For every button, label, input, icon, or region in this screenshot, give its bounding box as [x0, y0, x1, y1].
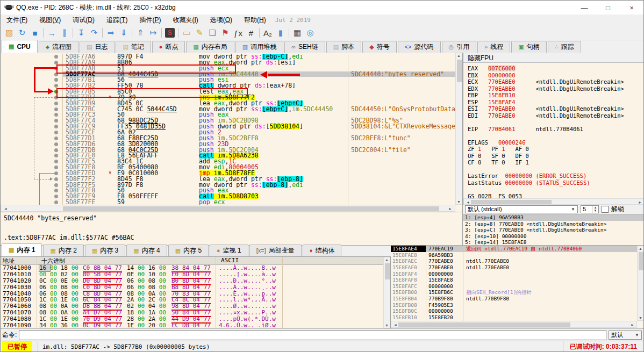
stack-row[interactable]: 15E8FAE896A59BB3 [391, 252, 644, 258]
breakpoint-slot-icon[interactable] [54, 183, 58, 187]
stack-hscrollbar[interactable]: ◄ ► [391, 321, 637, 328]
breakpoint-slot-icon[interactable] [54, 142, 58, 146]
step-over-icon[interactable]: ↷ [88, 26, 101, 39]
open-file-icon[interactable]: ▨ [3, 26, 16, 39]
register-row[interactable] [463, 132, 639, 139]
breakpoint-slot-icon[interactable] [54, 78, 58, 82]
disasm-gutter[interactable] [1, 95, 62, 100]
hash-icon[interactable]: # [245, 26, 257, 39]
breakpoint-slot-icon[interactable] [54, 137, 58, 140]
register-row[interactable]: ECX 770EABE0 <ntdll.DbgUiRemoteBreakin> [463, 78, 639, 85]
stack-row[interactable]: 15E8FB08F45905E3 [391, 302, 644, 308]
scroll-right-arrow[interactable]: ► [636, 199, 643, 204]
disasm-gutter[interactable] [1, 118, 62, 124]
breakpoint-slot-icon[interactable] [54, 102, 58, 105]
tab-threads[interactable]: »线程 [477, 41, 510, 53]
breakpoint-slot-icon[interactable] [54, 96, 58, 99]
disasm-gutter[interactable] [1, 193, 62, 199]
scroll-down-arrow[interactable]: ▼ [384, 324, 390, 327]
tab-dump-5[interactable]: ▦内存 5 [168, 245, 209, 256]
scroll-thumb[interactable] [385, 263, 390, 279]
disasm-gutter[interactable] [1, 112, 62, 118]
tab-breakpoints[interactable]: ●断点 [152, 41, 185, 53]
tab-memory-map[interactable]: ▦内存布局 [186, 41, 234, 53]
scroll-thumb[interactable] [639, 252, 643, 270]
menu-item-帮助H[interactable]: 帮助(H) [238, 15, 272, 26]
disasm-gutter[interactable] [1, 170, 62, 176]
breakpoint-slot-icon[interactable] [54, 131, 58, 134]
argument-row[interactable]: 2: [esp+8] 770EABE0 <ntdll.DbgUiRemoteBr… [463, 221, 644, 227]
run-to-user-code-icon[interactable]: ⇓ [117, 26, 130, 39]
tab-cpu[interactable]: ▦CPU [2, 40, 38, 53]
register-row[interactable]: EBP 15E8FB10 [463, 92, 639, 99]
breakpoint-slot-icon[interactable] [54, 107, 58, 111]
breakpoint-slot-icon[interactable] [54, 113, 58, 117]
tab-trace[interactable]: ∴跟踪 [548, 41, 581, 53]
disasm-gutter[interactable] [1, 66, 62, 71]
tab-dump-3[interactable]: ▦内存 3 [85, 245, 125, 256]
disasm-gutter[interactable] [1, 164, 62, 170]
breakpoint-slot-icon[interactable] [54, 125, 58, 128]
minimize-button[interactable]: — [573, 1, 596, 15]
register-row[interactable]: OF 0 SF 0 DF 0 [463, 153, 639, 160]
stack-row[interactable]: 15E8FB04770B9F80ntdll.770B9F80 [391, 296, 644, 302]
tab-symbols[interactable]: ◆符号 [362, 41, 396, 53]
close-button[interactable]: × [620, 1, 643, 15]
disasm-gutter[interactable] [1, 141, 62, 147]
register-row[interactable]: EDI 770EABE0 <ntdll.DbgUiRemoteBreakin> [463, 112, 639, 119]
breakpoint-slot-icon[interactable] [54, 166, 58, 169]
step-out-icon[interactable]: ⇑ [134, 26, 147, 39]
breakpoint-slot-icon[interactable] [54, 189, 58, 192]
strings-icon[interactable]: A₂ [261, 26, 274, 39]
register-row[interactable]: LastError 00000000 (ERROR_SUCCESS) [463, 173, 639, 179]
maximize-button[interactable]: □ [596, 1, 620, 15]
tab-seh[interactable]: ∞SEH链 [284, 41, 325, 53]
stack-row[interactable]: 15E8FAF815E8FAE8 [391, 277, 644, 283]
disasm-gutter[interactable] [1, 147, 62, 153]
breakpoint-slot-icon[interactable] [54, 160, 58, 163]
stack-vscrollbar[interactable]: ▲ ▼ [637, 246, 644, 321]
disasm-gutter[interactable] [1, 124, 62, 130]
patches-icon[interactable]: ▭ [180, 26, 193, 39]
register-row[interactable]: EIP 770B4061 ntdll.770B4061 [463, 126, 639, 133]
bookmarks-icon[interactable]: ⚑ [219, 26, 232, 39]
tab-references[interactable]: ◎引用 [442, 41, 477, 53]
scroll-thumb[interactable] [471, 200, 552, 204]
menu-item-调试D[interactable]: 调试(D) [67, 15, 101, 26]
disasm-gutter[interactable] [1, 106, 62, 112]
hide-fpu-button[interactable]: 隐藏FPU [463, 53, 644, 63]
register-row[interactable] [463, 186, 639, 193]
scroll-left-arrow[interactable]: ◄ [2, 205, 9, 211]
unlock-checkbox[interactable] [602, 206, 609, 213]
register-row[interactable]: ZF 1 PF 1 AF 0 [463, 146, 639, 153]
disassembly-view[interactable]: 5D8F77A6897D F4mov dword ptr ss:[ebp-C],… [1, 53, 463, 212]
disasm-gutter[interactable] [1, 77, 62, 83]
argument-count-stepper[interactable]: 5 ▲▼ [581, 205, 599, 213]
functions-icon[interactable]: ƒx [232, 26, 245, 39]
disasm-gutter[interactable] [1, 83, 62, 89]
registers-hscrollbar[interactable]: ◄ ► [463, 198, 644, 205]
register-row[interactable] [463, 166, 639, 173]
disasm-gutter[interactable] [1, 135, 62, 141]
stack-row[interactable]: 15E8FAE4770EAC19返回到 ntdll.770EAC19 自 ntd… [391, 246, 644, 252]
register-row[interactable]: ESI 770EABE0 <ntdll.DbgUiRemoteBreakin> [463, 105, 639, 112]
menu-item-视图V[interactable]: 视图(V) [33, 15, 67, 26]
disasm-gutter[interactable] [1, 71, 62, 77]
menu-item-插件P[interactable]: 插件(P) [133, 15, 167, 26]
dump-vscrollbar[interactable]: ▲ ▼ [383, 257, 390, 328]
scroll-down-arrow[interactable]: ▼ [638, 316, 643, 320]
stack-row[interactable]: 15E8FAF400000000 [391, 271, 644, 277]
stepper-arrows[interactable]: ▲▼ [592, 206, 598, 213]
disasm-hscrollbar[interactable]: ◄ ► [1, 205, 455, 212]
tab-log[interactable]: ▤日志 [80, 41, 115, 53]
tab-notes[interactable]: ▤笔记 [116, 41, 151, 53]
breakpoint-slot-icon[interactable] [54, 67, 58, 70]
run-until-user-icon[interactable]: ↦ [147, 26, 160, 39]
menu-item-文件F[interactable]: 文件(F) [1, 15, 33, 26]
scroll-right-arrow[interactable]: ► [629, 321, 636, 327]
disasm-vscrollbar[interactable]: ▲ ▼ [455, 53, 462, 205]
tab-struct[interactable]: ♦结构体 [303, 245, 342, 256]
comments-icon[interactable]: ✎ [193, 26, 206, 39]
breakpoint-slot-icon[interactable] [54, 84, 58, 88]
breakpoint-slot-icon[interactable] [54, 154, 58, 157]
